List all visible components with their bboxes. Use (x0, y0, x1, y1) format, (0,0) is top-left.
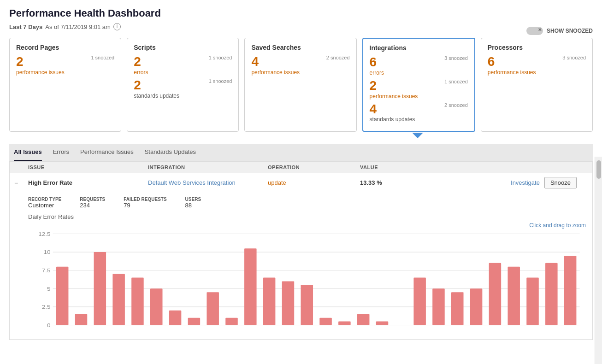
failed-label: FAILED REQUESTS (124, 197, 166, 202)
col-header-actions (452, 164, 588, 170)
info-icon[interactable]: i (113, 23, 121, 30)
card-title-integrations: Integrations (370, 44, 468, 52)
svg-rect-17 (150, 289, 163, 325)
chart-title: Daily Error Rates (28, 213, 586, 220)
svg-rect-12 (56, 267, 69, 325)
svg-rect-35 (489, 263, 502, 325)
svg-rect-32 (432, 289, 445, 325)
show-snoozed-area: SHOW SNOOZED (526, 27, 593, 35)
tab-standards-updates[interactable]: Standards Updates (145, 144, 196, 161)
collapse-icon[interactable]: − (14, 179, 28, 187)
svg-text:2.5: 2.5 (42, 305, 51, 311)
svg-rect-16 (131, 278, 144, 325)
scrollbar[interactable] (595, 157, 602, 364)
show-snoozed-label: SHOW SNOOZED (547, 28, 593, 34)
svg-rect-24 (282, 282, 295, 325)
failed-value: 79 (124, 202, 166, 209)
snooze-button[interactable]: Snooze (544, 177, 577, 188)
svg-rect-26 (319, 318, 332, 325)
record-type-value: Customer (28, 202, 61, 209)
detail-panel: RECORD TYPE Customer REQUESTS 234 FAILED… (10, 192, 592, 339)
detail-requests: REQUESTS 234 (80, 197, 105, 209)
investigate-link[interactable]: Investigate (511, 179, 540, 186)
value-cell: 13.33 % (360, 179, 452, 186)
svg-rect-18 (169, 311, 182, 325)
issue-row-container: − High Error Rate Default Web Services I… (10, 173, 592, 340)
cards-row: Record Pages 1 snoozed 2 performance iss… (9, 38, 593, 132)
detail-stats-row: RECORD TYPE Customer REQUESTS 234 FAILED… (28, 197, 586, 209)
card-scripts[interactable]: Scripts 1 snoozed 2 errors 1 snoozed 2 s… (127, 38, 239, 132)
card-title-processors: Processors (488, 44, 586, 51)
svg-rect-34 (470, 289, 483, 325)
detail-users: USERS 88 (185, 197, 201, 209)
tabs-bar: All IssuesErrorsPerformance IssuesStanda… (9, 144, 593, 161)
snoozed-label: 3 snoozed (562, 55, 586, 60)
card-section: 3 snoozed 6 errors (370, 55, 468, 76)
col-header-operation: OPERATION (268, 164, 360, 170)
col-header-value: VALUE (360, 164, 452, 170)
tab-performance-issues[interactable]: Performance Issues (80, 144, 134, 161)
metric-label[interactable]: standards updates (370, 116, 468, 123)
card-processors[interactable]: Processors 3 snoozed 6 performance issue… (481, 38, 593, 132)
requests-value: 234 (80, 202, 105, 209)
scroll-thumb[interactable] (596, 160, 601, 179)
metric-label[interactable]: performance issues (251, 69, 349, 76)
metric-label[interactable]: performance issues (370, 93, 468, 100)
svg-rect-29 (376, 322, 389, 325)
metric-label[interactable]: errors (370, 70, 468, 76)
record-type-label: RECORD TYPE (28, 197, 61, 202)
svg-rect-19 (188, 318, 201, 325)
metric-label[interactable]: performance issues (16, 69, 114, 76)
card-integrations[interactable]: Integrations 3 snoozed 6 errors 1 snooze… (362, 38, 475, 132)
svg-text:12.5: 12.5 (38, 231, 50, 237)
subtitle-period: Last 7 Days (9, 23, 42, 30)
card-section: 3 snoozed 6 performance issues (488, 55, 586, 76)
svg-rect-25 (301, 285, 313, 325)
detail-record-type: RECORD TYPE Customer (28, 197, 61, 209)
issues-section: ISSUE INTEGRATION OPERATION VALUE − High… (9, 161, 593, 340)
svg-rect-36 (508, 267, 520, 325)
card-title-record-pages: Record Pages (16, 44, 114, 51)
svg-rect-13 (75, 314, 88, 325)
card-saved-searches[interactable]: Saved Searches 2 snoozed 4 performance i… (244, 38, 356, 132)
metric-label[interactable]: standards updates (134, 93, 232, 99)
svg-text:10: 10 (43, 250, 50, 256)
table-row: − High Error Rate Default Web Services I… (10, 173, 592, 192)
svg-rect-27 (338, 322, 351, 325)
page-title: Performance Health Dashboard (9, 7, 593, 19)
tab-errors[interactable]: Errors (53, 144, 69, 161)
chart-hint[interactable]: Click and drag to zoom (28, 222, 586, 229)
detail-failed-requests: FAILED REQUESTS 79 (124, 197, 166, 209)
card-section: 1 snoozed 2 standards updates (134, 78, 232, 99)
card-title-saved-searches: Saved Searches (251, 44, 349, 51)
active-card-arrow (412, 133, 423, 138)
svg-rect-23 (263, 278, 276, 325)
svg-rect-21 (225, 318, 238, 325)
snoozed-label: 3 snoozed (444, 55, 468, 61)
col-header-issue: ISSUE (28, 164, 148, 170)
svg-rect-22 (244, 249, 257, 325)
card-section: 1 snoozed 2 errors (134, 55, 232, 76)
svg-text:7.5: 7.5 (42, 268, 51, 274)
svg-rect-31 (413, 278, 426, 325)
snoozed-label: 1 snoozed (209, 55, 232, 60)
svg-rect-33 (451, 293, 464, 325)
actions-cell: Investigate Snooze (452, 177, 588, 188)
svg-text:5: 5 (47, 286, 51, 292)
svg-rect-20 (207, 293, 219, 325)
tab-all-issues[interactable]: All Issues (14, 144, 42, 161)
show-snoozed-toggle[interactable] (526, 27, 543, 35)
integration-link[interactable]: Default Web Services Integration (148, 179, 268, 186)
requests-label: REQUESTS (80, 197, 105, 202)
metric-label[interactable]: errors (134, 69, 232, 76)
snoozed-label: 2 snoozed (444, 102, 468, 108)
snoozed-label: 1 snoozed (209, 78, 232, 84)
svg-rect-37 (526, 278, 539, 325)
metric-label[interactable]: performance issues (488, 69, 586, 76)
svg-rect-15 (112, 274, 125, 325)
card-section: 1 snoozed 2 performance issues (16, 55, 114, 76)
card-record-pages[interactable]: Record Pages 1 snoozed 2 performance iss… (9, 38, 121, 132)
svg-rect-14 (94, 252, 106, 325)
snoozed-label: 1 snoozed (91, 55, 114, 60)
table-header: ISSUE INTEGRATION OPERATION VALUE (10, 162, 592, 173)
